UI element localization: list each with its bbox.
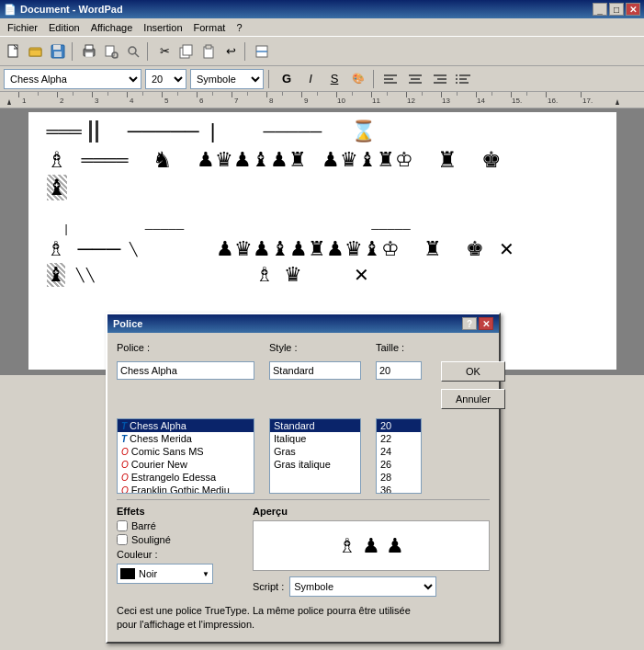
barre-checkbox[interactable] — [117, 520, 128, 531]
dialog-labels-row: Police : Style : Taille : — [117, 342, 490, 356]
cut-button[interactable]: ✂ — [154, 41, 175, 62]
list-button[interactable] — [453, 69, 473, 89]
chess-piece-row2f: ♚ — [466, 237, 484, 261]
paste-button[interactable] — [198, 41, 219, 62]
souligne-row: Souligné — [117, 534, 245, 545]
save-button[interactable] — [48, 41, 68, 62]
souligne-checkbox[interactable] — [117, 534, 128, 545]
dialog-lists-row: T Chess Alpha T Chess Merida O Comic San… — [117, 418, 490, 494]
chess-piece-bishop-b: ♝ — [47, 175, 67, 200]
chess-symbol — [89, 120, 98, 143]
font-list-item[interactable]: O Courier New — [118, 458, 254, 471]
font-item-name: Estrangelo Edessa — [131, 472, 216, 483]
chess-cross2: ✕ — [354, 264, 369, 286]
chess-piece-group1: ♟♛♟♝♟♜ — [197, 148, 307, 172]
format-separator-1 — [268, 70, 272, 88]
font-name-input[interactable] — [117, 361, 254, 380]
underline-button[interactable]: S — [324, 69, 345, 89]
svg-line-13 — [135, 53, 139, 57]
preview-chess-pieces: ♗ ♟ ♟ — [338, 534, 404, 558]
style-list-item[interactable]: Gras italique — [270, 458, 360, 471]
style-list-item[interactable]: Gras — [270, 445, 360, 458]
size-list[interactable]: 20 22 24 26 28 36 48 — [376, 418, 422, 494]
size-list-item[interactable]: 20 — [377, 419, 421, 432]
color-selector[interactable]: Noir ▼ — [117, 564, 213, 584]
font-selector[interactable]: Chess Alpha — [4, 69, 141, 89]
style-input[interactable] — [269, 361, 361, 380]
svg-rect-7 — [85, 45, 93, 50]
align-left-button[interactable] — [381, 69, 401, 89]
size-list-item[interactable]: 28 — [377, 471, 421, 484]
svg-text:11: 11 — [372, 97, 380, 105]
menu-format[interactable]: Format — [188, 20, 232, 35]
size-selector[interactable]: 20 — [145, 69, 186, 89]
copy-button[interactable] — [176, 41, 197, 62]
new-button[interactable] — [4, 41, 24, 62]
chess-piece-bottom-small: ╲ ╲ — [76, 268, 95, 282]
font-list-item[interactable]: O Estrangelo Edessa — [118, 471, 254, 484]
svg-text:15.: 15. — [512, 97, 522, 105]
svg-text:5: 5 — [164, 97, 169, 105]
print-button[interactable] — [79, 41, 99, 62]
font-list-item[interactable]: T Chess Merida — [118, 432, 254, 445]
size-list-item[interactable]: 36 — [377, 484, 421, 494]
color-name: Noir — [139, 568, 202, 579]
svg-rect-68 — [581, 92, 582, 97]
svg-rect-36 — [18, 92, 19, 97]
font-item-name: Chess Alpha — [130, 420, 186, 431]
italic-button[interactable]: I — [300, 69, 321, 89]
menu-affichage[interactable]: Affichage — [85, 20, 139, 35]
svg-rect-71 — [73, 92, 73, 96]
font-list[interactable]: T Chess Alpha T Chess Merida O Comic San… — [117, 418, 254, 494]
align-right-button[interactable] — [429, 69, 449, 89]
dialog-help-button[interactable]: ? — [462, 317, 477, 330]
maximize-button[interactable]: □ — [609, 3, 624, 16]
style-list-item[interactable]: Standard — [270, 419, 360, 432]
svg-rect-40 — [92, 92, 93, 97]
menu-help[interactable]: ? — [231, 20, 247, 35]
minimize-button[interactable]: _ — [593, 3, 607, 16]
menu-edition[interactable]: Edition — [43, 20, 85, 35]
svg-rect-70 — [38, 92, 39, 96]
font-list-item[interactable]: T Chess Alpha — [118, 419, 254, 432]
dialog-close-button[interactable]: ✕ — [479, 317, 493, 330]
open-button[interactable] — [26, 41, 46, 62]
style-list-item[interactable]: Italique — [270, 432, 360, 445]
svg-rect-83 — [491, 92, 492, 96]
color-button[interactable]: 🎨 — [348, 69, 368, 89]
svg-rect-35 — [0, 92, 625, 107]
effects-title: Effets — [117, 506, 245, 517]
menu-fichier[interactable]: Fichier — [2, 20, 43, 35]
style-selector[interactable]: Symbole — [190, 69, 264, 89]
color-swatch — [120, 568, 135, 579]
toolbar: ✂ ↩ — [0, 37, 644, 66]
close-button[interactable]: ✕ — [626, 3, 640, 16]
bold-button[interactable]: G — [277, 69, 297, 89]
toolbar-separator-2 — [147, 42, 151, 61]
truetype-icon: T — [121, 421, 127, 431]
size-list-item[interactable]: 22 — [377, 432, 421, 445]
svg-rect-76 — [247, 92, 248, 96]
size-input[interactable] — [376, 361, 422, 380]
dialog-title-buttons: ? ✕ — [462, 317, 493, 330]
print-preview-button[interactable] — [101, 41, 121, 62]
window-title: Document - WordPad — [20, 4, 123, 15]
size-list-item[interactable]: 26 — [377, 458, 421, 471]
font-list-item[interactable]: O Comic Sans MS — [118, 445, 254, 458]
style-item-name: Gras italique — [274, 459, 331, 470]
style-list[interactable]: Standard Italique Gras Gras italique — [269, 418, 361, 494]
find-button[interactable] — [123, 41, 143, 62]
police-label: Police : — [117, 342, 254, 353]
undo-button[interactable]: ↩ — [220, 41, 241, 62]
script-selector[interactable]: Symbole — [289, 576, 436, 597]
menu-insertion[interactable]: Insertion — [138, 20, 187, 35]
insert-button[interactable] — [252, 41, 272, 62]
apercu-label: Aperçu — [253, 506, 490, 517]
size-list-item[interactable]: 24 — [377, 445, 421, 458]
cancel-button[interactable]: Annuler — [441, 389, 505, 409]
chess-piece-group2: ♟♛♝♜♔ — [322, 148, 413, 172]
ok-button[interactable]: OK — [441, 361, 505, 382]
font-list-item[interactable]: O Franklin Gothic Mediu — [118, 484, 254, 494]
svg-rect-4 — [53, 45, 61, 50]
align-center-button[interactable] — [405, 69, 425, 89]
